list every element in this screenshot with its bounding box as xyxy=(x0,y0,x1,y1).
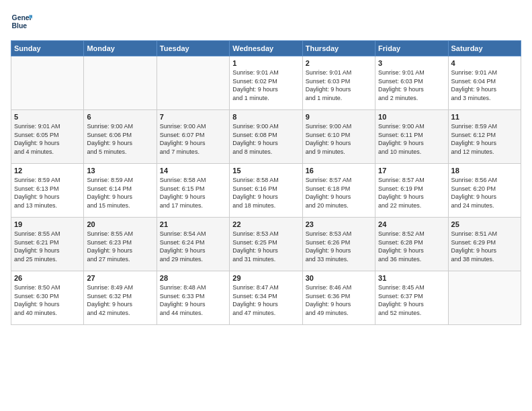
day-number: 8 xyxy=(232,113,299,121)
day-number: 25 xyxy=(451,220,518,228)
calendar-cell xyxy=(11,56,84,110)
day-number: 4 xyxy=(451,59,518,67)
day-header-saturday: Saturday xyxy=(448,41,521,56)
calendar-cell: 5Sunrise: 9:01 AM Sunset: 6:05 PM Daylig… xyxy=(11,110,84,164)
day-number: 21 xyxy=(160,220,226,228)
day-header-sunday: Sunday xyxy=(11,41,84,56)
day-number: 27 xyxy=(87,274,153,282)
day-number: 13 xyxy=(87,167,153,175)
cell-content: Sunrise: 8:59 AM Sunset: 6:13 PM Dayligh… xyxy=(14,176,81,210)
day-number: 1 xyxy=(232,59,299,67)
day-number: 6 xyxy=(87,113,153,121)
cell-content: Sunrise: 8:59 AM Sunset: 6:14 PM Dayligh… xyxy=(87,176,153,210)
calendar-cell: 29Sunrise: 8:47 AM Sunset: 6:34 PM Dayli… xyxy=(230,271,302,325)
calendar-cell: 26Sunrise: 8:50 AM Sunset: 6:30 PM Dayli… xyxy=(11,271,84,325)
calendar-cell: 30Sunrise: 8:46 AM Sunset: 6:36 PM Dayli… xyxy=(302,271,375,325)
page-header: General Blue xyxy=(11,11,521,32)
cell-content: Sunrise: 8:46 AM Sunset: 6:36 PM Dayligh… xyxy=(306,283,372,317)
day-number: 9 xyxy=(306,113,372,121)
day-number: 28 xyxy=(160,274,226,282)
calendar-week-5: 26Sunrise: 8:50 AM Sunset: 6:30 PM Dayli… xyxy=(11,271,521,325)
calendar-week-3: 12Sunrise: 8:59 AM Sunset: 6:13 PM Dayli… xyxy=(11,164,521,218)
day-number: 31 xyxy=(378,274,445,282)
day-header-monday: Monday xyxy=(84,41,157,56)
cell-content: Sunrise: 8:55 AM Sunset: 6:23 PM Dayligh… xyxy=(87,230,153,263)
calendar-week-4: 19Sunrise: 8:55 AM Sunset: 6:21 PM Dayli… xyxy=(11,218,521,271)
cell-content: Sunrise: 9:01 AM Sunset: 6:03 PM Dayligh… xyxy=(378,68,445,102)
cell-content: Sunrise: 8:53 AM Sunset: 6:26 PM Dayligh… xyxy=(306,230,372,263)
day-number: 20 xyxy=(87,220,153,228)
calendar-cell: 27Sunrise: 8:49 AM Sunset: 6:32 PM Dayli… xyxy=(84,271,157,325)
calendar-cell: 16Sunrise: 8:57 AM Sunset: 6:18 PM Dayli… xyxy=(302,164,375,218)
calendar-cell: 14Sunrise: 8:58 AM Sunset: 6:15 PM Dayli… xyxy=(157,164,229,218)
calendar-cell xyxy=(157,56,229,110)
day-number: 14 xyxy=(160,167,226,175)
cell-content: Sunrise: 8:54 AM Sunset: 6:24 PM Dayligh… xyxy=(160,230,226,263)
cell-content: Sunrise: 8:45 AM Sunset: 6:37 PM Dayligh… xyxy=(378,283,445,317)
calendar-cell: 3Sunrise: 9:01 AM Sunset: 6:03 PM Daylig… xyxy=(375,56,448,110)
day-number: 19 xyxy=(14,220,81,228)
day-number: 15 xyxy=(232,167,299,175)
day-header-tuesday: Tuesday xyxy=(157,41,229,56)
calendar-header: SundayMondayTuesdayWednesdayThursdayFrid… xyxy=(11,41,521,56)
cell-content: Sunrise: 9:00 AM Sunset: 6:08 PM Dayligh… xyxy=(232,122,299,156)
day-number: 26 xyxy=(14,274,81,282)
cell-content: Sunrise: 9:00 AM Sunset: 6:07 PM Dayligh… xyxy=(160,122,226,156)
calendar-cell: 23Sunrise: 8:53 AM Sunset: 6:26 PM Dayli… xyxy=(302,218,375,271)
calendar-cell: 6Sunrise: 9:00 AM Sunset: 6:06 PM Daylig… xyxy=(84,110,157,164)
calendar-cell: 19Sunrise: 8:55 AM Sunset: 6:21 PM Dayli… xyxy=(11,218,84,271)
day-number: 24 xyxy=(378,220,445,228)
day-number: 2 xyxy=(306,59,372,67)
cell-content: Sunrise: 8:49 AM Sunset: 6:32 PM Dayligh… xyxy=(87,283,153,317)
cell-content: Sunrise: 8:59 AM Sunset: 6:12 PM Dayligh… xyxy=(451,122,518,156)
cell-content: Sunrise: 9:01 AM Sunset: 6:04 PM Dayligh… xyxy=(451,68,518,102)
calendar-cell: 24Sunrise: 8:52 AM Sunset: 6:28 PM Dayli… xyxy=(375,218,448,271)
calendar-cell: 7Sunrise: 9:00 AM Sunset: 6:07 PM Daylig… xyxy=(157,110,229,164)
day-number: 22 xyxy=(232,220,299,228)
cell-content: Sunrise: 9:00 AM Sunset: 6:06 PM Dayligh… xyxy=(87,122,153,156)
calendar-cell: 25Sunrise: 8:51 AM Sunset: 6:29 PM Dayli… xyxy=(448,218,521,271)
calendar-cell: 1Sunrise: 9:01 AM Sunset: 6:02 PM Daylig… xyxy=(230,56,302,110)
svg-text:Blue: Blue xyxy=(12,22,28,30)
day-number: 5 xyxy=(14,113,81,121)
calendar-body: 1Sunrise: 9:01 AM Sunset: 6:02 PM Daylig… xyxy=(11,56,521,325)
cell-content: Sunrise: 8:50 AM Sunset: 6:30 PM Dayligh… xyxy=(14,283,81,317)
cell-content: Sunrise: 8:53 AM Sunset: 6:25 PM Dayligh… xyxy=(232,230,299,263)
day-header-thursday: Thursday xyxy=(302,41,375,56)
calendar-cell: 31Sunrise: 8:45 AM Sunset: 6:37 PM Dayli… xyxy=(375,271,448,325)
calendar-cell: 21Sunrise: 8:54 AM Sunset: 6:24 PM Dayli… xyxy=(157,218,229,271)
day-header-friday: Friday xyxy=(375,41,448,56)
day-number: 3 xyxy=(378,59,445,67)
cell-content: Sunrise: 9:00 AM Sunset: 6:10 PM Dayligh… xyxy=(306,122,372,156)
cell-content: Sunrise: 8:52 AM Sunset: 6:28 PM Dayligh… xyxy=(378,230,445,263)
calendar-cell xyxy=(448,271,521,325)
cell-content: Sunrise: 8:47 AM Sunset: 6:34 PM Dayligh… xyxy=(232,283,299,317)
calendar-week-2: 5Sunrise: 9:01 AM Sunset: 6:05 PM Daylig… xyxy=(11,110,521,164)
logo: General Blue xyxy=(11,11,34,32)
calendar-cell xyxy=(84,56,157,110)
day-number: 16 xyxy=(306,167,372,175)
calendar-cell: 28Sunrise: 8:48 AM Sunset: 6:33 PM Dayli… xyxy=(157,271,229,325)
calendar-cell: 12Sunrise: 8:59 AM Sunset: 6:13 PM Dayli… xyxy=(11,164,84,218)
cell-content: Sunrise: 8:57 AM Sunset: 6:19 PM Dayligh… xyxy=(378,176,445,210)
day-number: 30 xyxy=(306,274,372,282)
cell-content: Sunrise: 8:51 AM Sunset: 6:29 PM Dayligh… xyxy=(451,230,518,263)
day-number: 12 xyxy=(14,167,81,175)
cell-content: Sunrise: 9:01 AM Sunset: 6:02 PM Dayligh… xyxy=(232,68,299,102)
cell-content: Sunrise: 8:58 AM Sunset: 6:16 PM Dayligh… xyxy=(232,176,299,210)
calendar-cell: 11Sunrise: 8:59 AM Sunset: 6:12 PM Dayli… xyxy=(448,110,521,164)
day-number: 11 xyxy=(451,113,518,121)
cell-content: Sunrise: 8:48 AM Sunset: 6:33 PM Dayligh… xyxy=(160,283,226,317)
calendar-cell: 4Sunrise: 9:01 AM Sunset: 6:04 PM Daylig… xyxy=(448,56,521,110)
calendar-week-1: 1Sunrise: 9:01 AM Sunset: 6:02 PM Daylig… xyxy=(11,56,521,110)
day-number: 17 xyxy=(378,167,445,175)
cell-content: Sunrise: 9:01 AM Sunset: 6:03 PM Dayligh… xyxy=(306,68,372,102)
calendar-cell: 22Sunrise: 8:53 AM Sunset: 6:25 PM Dayli… xyxy=(230,218,302,271)
calendar-cell: 20Sunrise: 8:55 AM Sunset: 6:23 PM Dayli… xyxy=(84,218,157,271)
calendar-cell: 18Sunrise: 8:56 AM Sunset: 6:20 PM Dayli… xyxy=(448,164,521,218)
calendar-cell: 9Sunrise: 9:00 AM Sunset: 6:10 PM Daylig… xyxy=(302,110,375,164)
cell-content: Sunrise: 8:57 AM Sunset: 6:18 PM Dayligh… xyxy=(306,176,372,210)
day-number: 29 xyxy=(232,274,299,282)
cell-content: Sunrise: 9:00 AM Sunset: 6:11 PM Dayligh… xyxy=(378,122,445,156)
day-header-wednesday: Wednesday xyxy=(230,41,302,56)
